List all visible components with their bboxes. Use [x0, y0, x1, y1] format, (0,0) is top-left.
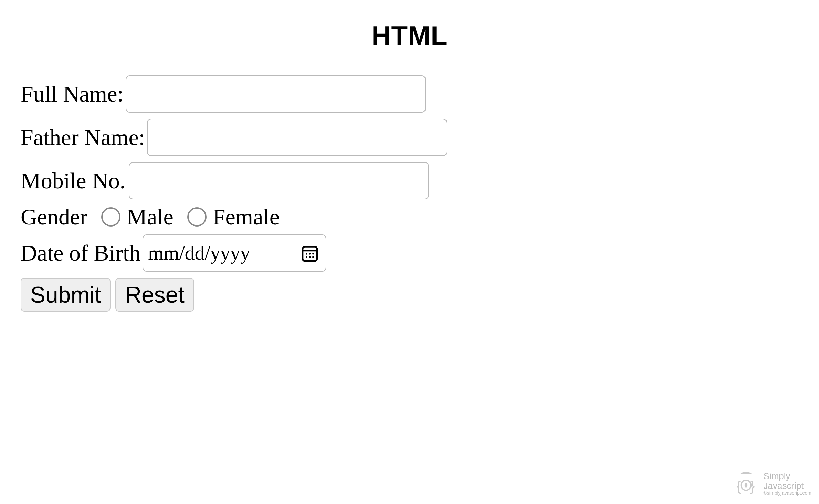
watermark-line1: Simply: [764, 472, 811, 481]
row-fullname: Full Name:: [21, 75, 798, 113]
gender-male-radio[interactable]: [101, 207, 120, 227]
row-gender: Gender Male Female: [21, 206, 798, 228]
dob-input[interactable]: mm/dd/yyyy: [143, 234, 326, 272]
watermark-logo-icon: { }: [731, 471, 761, 496]
fullname-label: Full Name:: [21, 83, 124, 105]
dob-label: Date of Birth: [21, 242, 140, 264]
gender-female-option[interactable]: Female: [187, 206, 280, 228]
watermark: { } Simply Javascript ©simplyjavascript.…: [731, 471, 811, 496]
gender-female-text: Female: [213, 206, 280, 228]
submit-button[interactable]: Submit: [21, 278, 111, 312]
row-mobile: Mobile No.: [21, 162, 798, 199]
buttons-row: Submit Reset: [21, 278, 798, 312]
mobile-input[interactable]: [129, 162, 429, 199]
gender-male-option[interactable]: Male: [101, 206, 174, 228]
watermark-text: Simply Javascript ©simplyjavascript.com: [764, 472, 811, 495]
fathername-input[interactable]: [147, 119, 447, 156]
fathername-label: Father Name:: [21, 126, 145, 149]
row-fathername: Father Name:: [21, 119, 798, 156]
svg-point-6: [309, 256, 311, 258]
watermark-line2: Javascript: [764, 481, 811, 491]
row-dob: Date of Birth mm/dd/yyyy: [21, 234, 798, 272]
reset-button[interactable]: Reset: [115, 278, 194, 312]
gender-female-radio[interactable]: [187, 207, 207, 227]
svg-point-2: [306, 253, 308, 255]
dob-placeholder: mm/dd/yyyy: [148, 243, 250, 263]
calendar-icon[interactable]: [300, 243, 319, 263]
mobile-label: Mobile No.: [21, 169, 125, 192]
page-title: HTML: [21, 20, 798, 51]
svg-point-7: [312, 256, 314, 258]
svg-point-4: [312, 253, 314, 255]
html-form: Full Name: Father Name: Mobile No. Gende…: [21, 75, 798, 312]
gender-label: Gender: [21, 206, 87, 228]
svg-point-5: [306, 256, 308, 258]
svg-point-3: [309, 253, 311, 255]
fullname-input[interactable]: [126, 75, 426, 113]
gender-male-text: Male: [127, 206, 174, 228]
watermark-line3: ©simplyjavascript.com: [764, 491, 811, 496]
